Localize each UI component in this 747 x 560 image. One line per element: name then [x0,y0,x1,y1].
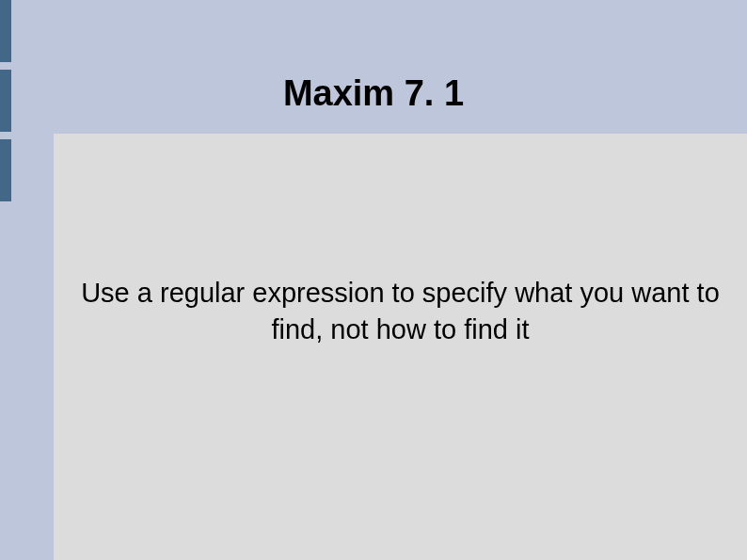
title-band: Maxim 7. 1 [0,0,747,134]
slide-body-text: Use a regular expression to specify what… [54,275,747,348]
body-area: Use a regular expression to specify what… [54,134,747,560]
accent-block-3 [0,139,11,201]
slide-title: Maxim 7. 1 [0,73,747,114]
accent-block-2 [0,70,11,132]
accent-block-1 [0,0,11,62]
